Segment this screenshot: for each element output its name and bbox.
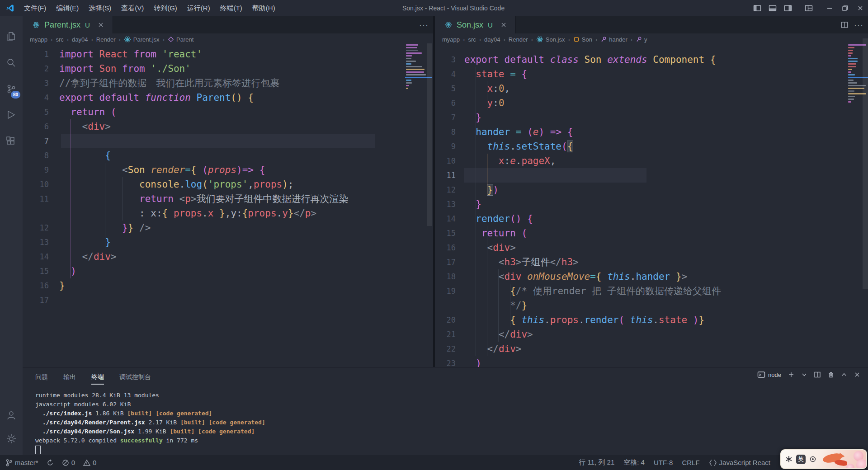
activity-explorer[interactable] <box>0 25 23 48</box>
split-editor-icon[interactable] <box>840 21 849 29</box>
status-sync[interactable] <box>47 459 54 466</box>
breadcrumb-item[interactable]: myapp <box>442 36 460 43</box>
status-cursor-position[interactable]: 行 11, 列 21 <box>579 458 614 467</box>
split-terminal-icon[interactable] <box>814 371 821 378</box>
restore-icon[interactable] <box>837 0 853 16</box>
tab-label: Parent.jsx <box>44 20 80 30</box>
breadcrumb-separator: › <box>51 36 52 43</box>
code-line: } <box>464 197 481 212</box>
menu-view[interactable]: 查看(V) <box>116 0 149 16</box>
minimap-line <box>848 63 856 65</box>
close-icon[interactable] <box>853 0 868 16</box>
terminal-profile-select[interactable]: node <box>757 371 781 378</box>
line-number: 23 <box>435 356 456 367</box>
line-number: 22 <box>435 342 456 356</box>
breadcrumb-item[interactable]: src <box>56 36 63 43</box>
code-line: console.log('props',props); <box>59 177 293 192</box>
ime-language-key[interactable]: 英 <box>796 455 806 464</box>
code-line: <div onMouseMove={ this.hander }> <box>464 269 687 284</box>
minimap-line <box>848 69 852 70</box>
line-number: 7 <box>435 110 456 125</box>
breadcrumb-item[interactable]: Son.jsx <box>536 36 565 43</box>
editor-group-right: Son.jsxU ··· myapp›src›day04›Render›Son.… <box>435 16 868 367</box>
line-number: 13 <box>435 197 456 212</box>
minimap-line <box>848 90 854 92</box>
breadcrumb-label: src <box>468 36 476 43</box>
breadcrumb-item[interactable]: Render <box>509 36 528 43</box>
menu-edit[interactable]: 编辑(E) <box>51 0 84 16</box>
tab-son-jsx[interactable]: Son.jsxU <box>435 16 516 33</box>
breadcrumb-item[interactable]: myapp <box>30 36 47 43</box>
breadcrumb-item[interactable]: hander <box>600 36 627 43</box>
new-terminal-icon[interactable] <box>788 371 795 378</box>
toggle-secondary-sidebar-icon[interactable] <box>780 0 796 16</box>
tab-close-icon[interactable] <box>499 20 508 29</box>
breadcrumb-item[interactable]: Son <box>573 36 592 43</box>
minimize-icon[interactable] <box>822 0 837 16</box>
breadcrumb-left[interactable]: myapp›src›day04›Render›Parent.jsx›Parent <box>23 33 433 45</box>
code-line: render() { <box>464 212 533 226</box>
tab-dirty-indicator: U <box>85 21 90 29</box>
minimap-line <box>406 44 418 46</box>
close-panel-icon[interactable] <box>854 371 861 378</box>
terminal-line: ./src/day04/Render/Parent.jsx 2.17 KiB [… <box>35 418 265 427</box>
breadcrumb-item[interactable]: src <box>468 36 476 43</box>
breadcrumb-item[interactable]: y <box>636 36 647 43</box>
breadcrumb-item[interactable]: day04 <box>484 36 500 43</box>
kill-terminal-icon[interactable] <box>827 371 835 378</box>
panel-tab-终端[interactable]: 终端 <box>91 370 104 385</box>
tab-close-icon[interactable] <box>96 20 105 29</box>
menu-run[interactable]: 运行(R) <box>182 0 215 16</box>
symbol-method-icon <box>600 36 607 42</box>
menu-help[interactable]: 帮助(H) <box>247 0 280 16</box>
breadcrumb-item[interactable]: Parent.jsx <box>124 36 160 43</box>
menu-selection[interactable]: 选择(S) <box>84 0 116 16</box>
minimap-line <box>848 66 856 67</box>
launch-profile-icon[interactable] <box>801 371 807 378</box>
menu-file[interactable]: 文件(F) <box>19 0 51 16</box>
activity-settings[interactable] <box>0 428 23 450</box>
activity-run-debug[interactable] <box>0 104 23 127</box>
editor-more-actions-icon[interactable]: ··· <box>854 20 863 30</box>
scrollbar-left[interactable] <box>427 43 432 226</box>
status-language-mode[interactable]: JavaScript React <box>709 459 770 466</box>
breadcrumb-item[interactable]: Render <box>96 36 116 43</box>
code-line: this.setState({ <box>464 139 573 154</box>
menu-go[interactable]: 转到(G) <box>149 0 182 16</box>
breadcrumb-item[interactable]: Parent <box>168 36 193 43</box>
code-line: import React from 'react' <box>59 47 202 61</box>
activity-extensions[interactable] <box>0 130 23 153</box>
line-number: 11 <box>28 192 49 206</box>
ime-input-badge[interactable]: 英 <box>780 449 867 469</box>
status-indentation[interactable]: 空格: 4 <box>623 458 645 467</box>
activity-source-control[interactable]: 80 <box>0 78 23 100</box>
editor-son-jsx[interactable]: 3export default class Son extends Compon… <box>435 45 868 367</box>
status-encoding[interactable]: UTF-8 <box>654 459 673 466</box>
breadcrumb-item[interactable]: day04 <box>72 36 88 43</box>
panel-tab-调试控制台[interactable]: 调试控制台 <box>119 370 151 385</box>
editor-more-actions-icon[interactable]: ··· <box>419 20 429 30</box>
status-git-branch[interactable]: master* <box>5 459 38 467</box>
menu-terminal[interactable]: 终端(T) <box>215 0 247 16</box>
line-number: 1 <box>28 47 49 61</box>
status-eol[interactable]: CRLF <box>682 459 699 466</box>
scrollbar-right[interactable] <box>863 38 868 289</box>
editor-parent-jsx[interactable]: 1import React from 'react'2import Son fr… <box>23 45 433 367</box>
tab-parent-jsx[interactable]: Parent.jsxU <box>23 16 113 33</box>
customize-layout-icon[interactable] <box>801 0 816 16</box>
breadcrumb-right[interactable]: myapp›src›day04›Render›Son.jsx›Son›hande… <box>435 33 868 45</box>
code-line: ) <box>464 356 481 367</box>
status-errors[interactable]: 0 <box>62 459 75 466</box>
activity-accounts[interactable] <box>0 404 23 427</box>
gear-icon <box>5 433 17 445</box>
status-warnings[interactable]: 0 <box>83 459 96 466</box>
maximize-panel-icon[interactable] <box>841 371 847 378</box>
panel-tab-输出[interactable]: 输出 <box>63 370 76 385</box>
minimap-line <box>406 47 417 48</box>
code-line: import Son from './Son' <box>59 61 191 76</box>
toggle-sidebar-icon[interactable] <box>750 0 765 16</box>
toggle-panel-icon[interactable] <box>765 0 780 16</box>
panel-tab-问题[interactable]: 问题 <box>35 370 48 385</box>
ime-menu-icon[interactable] <box>785 456 793 463</box>
activity-search[interactable] <box>0 52 23 74</box>
